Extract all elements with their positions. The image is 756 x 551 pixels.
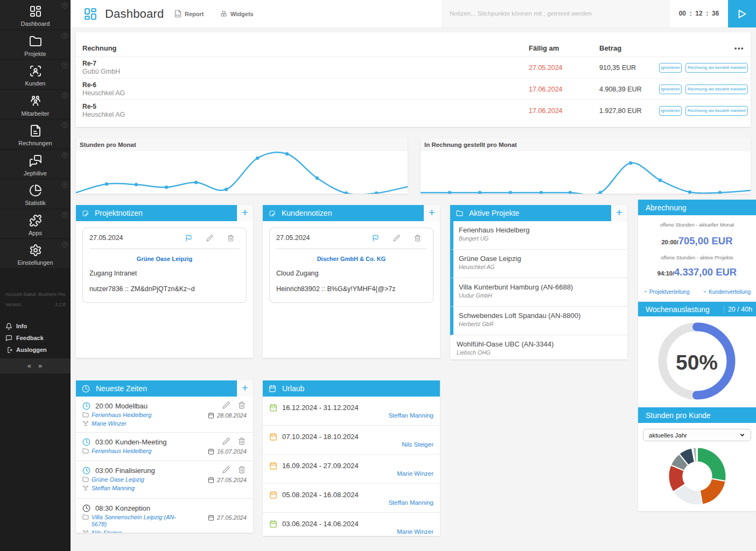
svg-text:PDF: PDF [176, 15, 180, 17]
svg-text:50%: 50% [676, 351, 718, 374]
